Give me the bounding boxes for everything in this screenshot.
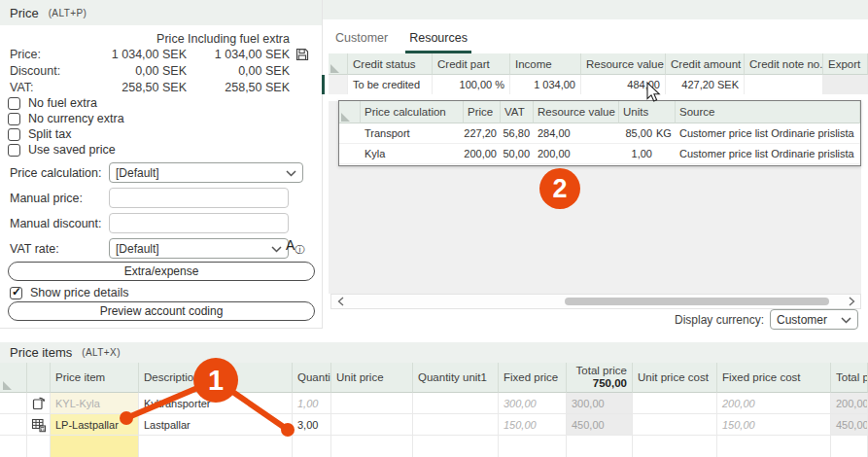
- col-header-quantity-unit1[interactable]: Quantity unit1: [413, 363, 499, 393]
- cell-price[interactable]: 200,00: [464, 144, 501, 164]
- cell-description-new[interactable]: [139, 436, 293, 457]
- row-selector-cell[interactable]: [0, 436, 27, 457]
- cell-fixed-price-cost-new[interactable]: [717, 436, 831, 457]
- cell-fixed-price-new[interactable]: [499, 436, 567, 457]
- price-calculation-select[interactable]: [Default]: [109, 162, 303, 183]
- select-all-cell[interactable]: [329, 53, 348, 75]
- cell-quantity[interactable]: 3,00: [293, 414, 331, 436]
- checkbox-split-tax[interactable]: Split tax: [8, 127, 71, 141]
- cell-credit-status[interactable]: To be credited: [348, 75, 433, 94]
- col-header-resource-value[interactable]: Resource value: [534, 101, 619, 123]
- checkbox-no-fuel-extra[interactable]: No fuel extra: [8, 96, 97, 110]
- col-header-credit-amount[interactable]: Credit amount: [666, 53, 745, 75]
- cell-calc-name[interactable]: Kyla: [361, 144, 464, 164]
- scrollbar-thumb[interactable]: [565, 298, 829, 305]
- display-currency-select[interactable]: Customer: [770, 309, 858, 330]
- col-header-total-price[interactable]: Total price 750,00: [567, 363, 633, 393]
- cell-quantity-unit1[interactable]: [413, 414, 499, 436]
- checkbox-no-currency-extra[interactable]: No currency extra: [8, 112, 124, 125]
- cell-price[interactable]: 227,20: [464, 123, 501, 144]
- select-all-cell[interactable]: [339, 101, 361, 123]
- price-calculation-popup: Price calculation Price VAT Resource val…: [338, 100, 861, 166]
- manual-price-input[interactable]: [109, 188, 289, 208]
- cell-total-price-cost: 200,00: [831, 393, 868, 414]
- cell-resource-value[interactable]: 484,00: [581, 75, 666, 94]
- cell-description[interactable]: Lastpallar: [139, 414, 293, 436]
- tab-resources[interactable]: Resources: [405, 29, 471, 53]
- col-header-unit-price-cost[interactable]: Unit price cost: [633, 363, 717, 393]
- col-header-description[interactable]: Description: [139, 363, 293, 393]
- cell-units[interactable]: 1,00: [619, 144, 676, 164]
- cell-credit-part[interactable]: 100,00 %: [433, 75, 510, 94]
- row-selector-cell[interactable]: [329, 75, 348, 94]
- cell-unit-price-new[interactable]: [331, 436, 413, 457]
- col-header-credit-part[interactable]: Credit part: [433, 53, 510, 75]
- col-header-resource-value[interactable]: Resource value: [581, 53, 666, 75]
- preview-account-coding-button[interactable]: Preview account coding: [8, 301, 315, 321]
- table-calculator-icon[interactable]: [27, 414, 51, 436]
- cell-income[interactable]: 1 034,00: [510, 75, 581, 94]
- cell-units[interactable]: 85,00KG: [619, 123, 676, 144]
- col-header-export[interactable]: Export: [823, 53, 868, 75]
- cell-vat[interactable]: 50,00: [501, 144, 534, 164]
- col-header-vat[interactable]: VAT: [501, 101, 534, 123]
- cell-credit-note-no[interactable]: [745, 75, 823, 94]
- cell-unit-price[interactable]: [331, 393, 413, 414]
- cell-resource-value[interactable]: 284,00: [534, 123, 619, 144]
- cell-fixed-price-cost[interactable]: 150,00: [717, 414, 831, 436]
- cell-unit-price-cost[interactable]: [633, 414, 717, 436]
- cell-fixed-price[interactable]: 300,00: [499, 393, 567, 414]
- row-selector-cell[interactable]: [0, 414, 27, 436]
- document-refresh-icon[interactable]: [27, 393, 51, 414]
- cell-source[interactable]: Customer price list Ordinarie prislista: [676, 144, 860, 164]
- cell-calc-name[interactable]: Transport: [361, 123, 464, 144]
- cell-quantity-unit1-new[interactable]: [413, 436, 499, 457]
- cell-price-item[interactable]: LP-Lastpallar: [51, 414, 139, 436]
- cell-export[interactable]: [823, 75, 868, 94]
- cell-resource-value[interactable]: 200,00: [534, 144, 619, 164]
- select-all-cell[interactable]: [0, 363, 27, 393]
- col-header-price[interactable]: Price: [464, 101, 501, 123]
- cell-fixed-price[interactable]: 150,00: [499, 414, 567, 436]
- col-header-quantity[interactable]: Quantity: [293, 363, 331, 393]
- row-selector-cell[interactable]: [339, 144, 361, 164]
- col-header-units[interactable]: Units: [619, 101, 676, 123]
- col-header-price-calculation[interactable]: Price calculation: [361, 101, 464, 123]
- col-header-source[interactable]: Source: [676, 101, 860, 123]
- checkbox-use-saved-price[interactable]: Use saved price: [8, 143, 116, 157]
- col-header-unit-price[interactable]: Unit price: [331, 363, 413, 393]
- cell-quantity[interactable]: 1,00: [293, 393, 331, 414]
- col-header-total-price-cost[interactable]: Total price cost: [831, 363, 868, 393]
- col-header-price-item[interactable]: Price item: [51, 363, 139, 393]
- vat-info-icon[interactable]: Aⓘ: [286, 237, 311, 259]
- checkbox-show-price-details[interactable]: Show price details: [10, 286, 128, 299]
- cell-credit-amount[interactable]: 427,20 SEK: [666, 75, 745, 94]
- extra-expense-button[interactable]: Extra/expense: [8, 262, 315, 281]
- scroll-right-icon[interactable]: [845, 296, 858, 307]
- horizontal-scrollbar[interactable]: [330, 294, 861, 309]
- row-selector-cell[interactable]: [339, 123, 361, 144]
- vat-rate-select[interactable]: [Default]: [109, 238, 289, 259]
- row-selector-cell[interactable]: [0, 393, 27, 414]
- col-header-credit-status[interactable]: Credit status: [348, 53, 433, 75]
- scroll-left-icon[interactable]: [333, 296, 347, 307]
- manual-discount-input[interactable]: [109, 213, 289, 233]
- cell-fixed-price-cost[interactable]: 200,00: [717, 393, 831, 414]
- col-header-fixed-price[interactable]: Fixed price: [499, 363, 567, 393]
- col-header-income[interactable]: Income: [510, 53, 581, 75]
- cell-source[interactable]: Customer price list Ordinarie prislista: [676, 123, 860, 144]
- tab-customer[interactable]: Customer: [331, 29, 392, 53]
- cell-quantity-unit1[interactable]: [413, 393, 499, 414]
- cell-vat[interactable]: 56,80: [501, 123, 534, 144]
- col-header-fixed-price-cost[interactable]: Fixed price cost: [717, 363, 831, 393]
- cell-unit-price-cost-new[interactable]: [633, 436, 717, 457]
- cell-unit-price-cost[interactable]: [633, 393, 717, 414]
- col-header-credit-note-no[interactable]: Credit note no.: [745, 53, 823, 75]
- cell-unit-price[interactable]: [331, 414, 413, 436]
- cell-price-item[interactable]: KYL-Kyla: [51, 393, 139, 414]
- cell-quantity-new[interactable]: [293, 436, 331, 457]
- save-price-icon[interactable]: [295, 47, 310, 66]
- cell-price-item-new[interactable]: [51, 436, 139, 457]
- cell-description[interactable]: Kyltransporter: [139, 393, 293, 414]
- vat-rate-label: VAT rate:: [10, 242, 59, 256]
